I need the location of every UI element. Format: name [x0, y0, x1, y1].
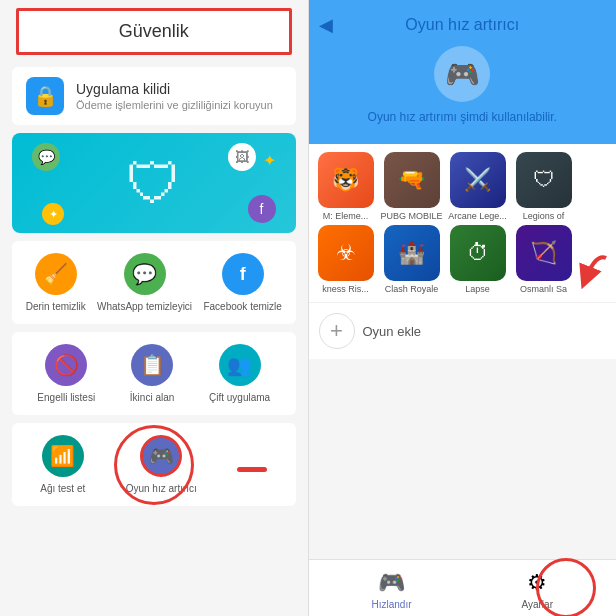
game-item-7[interactable]: ⏱ Lapse: [447, 225, 509, 294]
second-space-item[interactable]: 📋 İkinci alan: [130, 344, 174, 403]
nav-items-row: 🚫 Engelli listesi 📋 İkinci alan 👥 Çift u…: [12, 332, 296, 415]
whatsapp-clean-item[interactable]: 💬 WhatsApp temizleyici: [97, 253, 192, 312]
app-lock-card[interactable]: 🔒 Uygulama kilidi Ödeme işlemlerini ve g…: [12, 67, 296, 125]
game-thumb-7: ⏱: [450, 225, 506, 281]
back-arrow-icon[interactable]: ◀: [319, 14, 333, 36]
fb-icon: f: [222, 253, 264, 295]
shield-icon: 🛡: [126, 151, 182, 216]
gb-subtitle: Oyun hız artırımı şimdi kullanılabilir.: [368, 110, 557, 124]
security-banner: 💬 🖼 f ✦ 🛡 ✦: [12, 133, 296, 233]
game-label-4: Legions of: [523, 211, 565, 221]
dual-app-label: Çift uygulama: [209, 392, 270, 403]
game-booster-header: ◀ Oyun hız artırıcı 🎮 Oyun hız artırımı …: [309, 0, 617, 144]
games-row-1: 🐯 M: Eleme... 🔫 PUBG MOBILE ⚔️ Arcane Le…: [315, 152, 611, 221]
hizlandir-tab[interactable]: 🎮 Hızlandır: [371, 570, 411, 610]
sparkle-icon: ✦: [263, 151, 276, 170]
game-thumb-6: 🏰: [384, 225, 440, 281]
game-item-1[interactable]: 🐯 M: Eleme...: [315, 152, 377, 221]
quick-actions-row: 🧹 Derin temizlik 💬 WhatsApp temizleyici …: [12, 241, 296, 324]
game-label-3: Arcane Lege...: [448, 211, 507, 221]
game-label-2: PUBG MOBILE: [381, 211, 443, 221]
game-item-4[interactable]: 🛡 Legions of: [513, 152, 575, 221]
app-lock-subtitle: Ödeme işlemlerini ve gizliliğinizi koruy…: [76, 99, 273, 111]
hizlandir-icon: 🎮: [378, 570, 405, 596]
minus-line: [237, 467, 267, 472]
second-space-label: İkinci alan: [130, 392, 174, 403]
game-thumb-1: 🐯: [318, 152, 374, 208]
ayarlar-label: Ayarlar: [521, 599, 553, 610]
game-thumb-3: ⚔️: [450, 152, 506, 208]
photo-bubble-icon: 🖼: [228, 143, 256, 171]
ayarlar-tab[interactable]: ⚙ Ayarlar: [521, 570, 553, 610]
blocked-list-icon: 🚫: [45, 344, 87, 386]
gb-icon: 🎮: [434, 46, 490, 102]
app-lock-text: Uygulama kilidi Ödeme işlemlerini ve giz…: [76, 81, 273, 111]
game-item-3[interactable]: ⚔️ Arcane Lege...: [447, 152, 509, 221]
gb-title: Oyun hız artırıcı: [405, 16, 519, 34]
fb-clean-item[interactable]: f Facebook temizle: [203, 253, 281, 312]
network-test-item[interactable]: 📶 Ağı test et: [40, 435, 85, 494]
fb-bubble-icon: f: [248, 195, 276, 223]
game-booster-icon: 🎮: [140, 435, 182, 477]
right-panel: ◀ Oyun hız artırıcı 🎮 Oyun hız artırımı …: [309, 0, 617, 616]
whatsapp-icon: 💬: [124, 253, 166, 295]
game-booster-item[interactable]: 🎮 Oyun hız artırıcı: [126, 435, 197, 494]
second-space-icon: 📋: [131, 344, 173, 386]
deep-clean-item[interactable]: 🧹 Derin temizlik: [26, 253, 86, 312]
add-game-row[interactable]: + Oyun ekle: [309, 302, 617, 359]
game-item-2[interactable]: 🔫 PUBG MOBILE: [381, 152, 443, 221]
game-thumb-5: ☣: [318, 225, 374, 281]
add-game-label: Oyun ekle: [363, 324, 422, 339]
app-lock-title: Uygulama kilidi: [76, 81, 273, 97]
game-thumb-4: 🛡: [516, 152, 572, 208]
fb-label: Facebook temizle: [203, 301, 281, 312]
game-label-6: Clash Royale: [385, 284, 439, 294]
game-thumb-2: 🔫: [384, 152, 440, 208]
bottom-nav-right: 🎮 Hızlandır ⚙ Ayarlar: [309, 559, 617, 616]
bottom-nav-left: 📶 Ağı test et 🎮 Oyun hız artırıcı: [12, 423, 296, 506]
app-lock-icon: 🔒: [26, 77, 64, 115]
hizlandir-label: Hızlandır: [371, 599, 411, 610]
whatsapp-label: WhatsApp temizleyici: [97, 301, 192, 312]
deep-clean-icon: 🧹: [35, 253, 77, 295]
star-bubble-icon: ✦: [42, 203, 64, 225]
spacer: [309, 359, 617, 559]
game-label-5: kness Ris...: [322, 284, 369, 294]
game-item-5[interactable]: ☣ kness Ris...: [315, 225, 377, 294]
network-test-icon: 📶: [42, 435, 84, 477]
blocked-list-item[interactable]: 🚫 Engelli listesi: [37, 344, 95, 403]
deep-clean-label: Derin temizlik: [26, 301, 86, 312]
red-arrow-icon: [556, 248, 616, 308]
dual-app-item[interactable]: 👥 Çift uygulama: [209, 344, 270, 403]
dual-app-icon: 👥: [219, 344, 261, 386]
chat-bubble-icon: 💬: [32, 143, 60, 171]
game-label-1: M: Eleme...: [323, 211, 369, 221]
add-plus-button[interactable]: +: [319, 313, 355, 349]
game-item-6[interactable]: 🏰 Clash Royale: [381, 225, 443, 294]
ayarlar-icon: ⚙: [527, 570, 547, 596]
security-title: Güvenlik: [16, 8, 292, 55]
game-booster-label: Oyun hız artırıcı: [126, 483, 197, 494]
left-panel: Güvenlik 🔒 Uygulama kilidi Ödeme işlemle…: [0, 0, 308, 616]
network-test-label: Ağı test et: [40, 483, 85, 494]
game-label-7: Lapse: [465, 284, 490, 294]
blocked-list-label: Engelli listesi: [37, 392, 95, 403]
